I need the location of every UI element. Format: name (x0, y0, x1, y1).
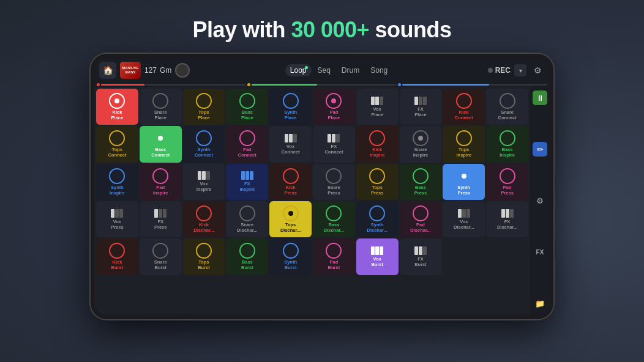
pad-pad-burst[interactable]: PadBurst (313, 238, 355, 275)
tab-seq[interactable]: Seq (313, 64, 335, 76)
pad-tops-inspire[interactable]: TopsInspire (443, 126, 485, 162)
pad-synth-connect[interactable]: SynthConnect (183, 126, 225, 162)
pad-snare-press[interactable]: SnarePress (313, 164, 355, 200)
pad-circle (500, 93, 515, 109)
knob-icon[interactable] (175, 63, 190, 78)
pad-label: BassDischar... (324, 222, 344, 233)
pad-label: SnareBurst (154, 259, 167, 270)
pad-snare-place[interactable]: SnarePlace (140, 89, 182, 125)
nav-tabs: Loop Seq Drum Song (193, 64, 484, 76)
pad-bass-connect[interactable]: BassConnect (140, 126, 182, 162)
pad-kick-connect[interactable]: KickConnect (443, 89, 485, 125)
pad-label: BassPress (414, 185, 427, 196)
pad-synth-place[interactable]: SynthPlace (269, 89, 312, 125)
pad-tops-discharge[interactable]: TopsDischar... (269, 201, 312, 237)
pad-vox-connect[interactable]: VoxConnect (269, 126, 312, 162)
bar (506, 209, 509, 218)
pad-pad-press[interactable]: PadPress (486, 164, 528, 200)
pad-label: PadConnect (238, 147, 256, 158)
pad-snare-inspire[interactable]: SnareInspire (400, 126, 442, 162)
pad-fx-discharge[interactable]: FXDischar... (486, 201, 528, 237)
progress-row (94, 82, 550, 87)
pad-bars (371, 97, 383, 105)
pad-label: TopsDischar... (280, 222, 301, 233)
pad-fx-inspire[interactable]: FXInspire (226, 164, 268, 200)
pad-pad-connect[interactable]: PadConnect (226, 126, 268, 162)
pad-bass-burst[interactable]: BassBurst (226, 238, 268, 275)
pad-fx-burst[interactable]: FXBurst (400, 238, 442, 275)
pad-fx-press[interactable]: FXPress (140, 201, 182, 237)
pad-pad-discharge[interactable]: PadDischar... (400, 201, 442, 237)
pad-bass-press[interactable]: BassPress (400, 164, 442, 200)
pad-label: BassConnect (151, 147, 170, 158)
pad-synth-inspire[interactable]: SynthInspire (96, 164, 138, 200)
rec-button[interactable]: REC (495, 66, 511, 75)
pad-fx-place[interactable]: FXPlace (400, 89, 442, 125)
pad-label: KickConnect (455, 109, 473, 120)
pad-snare-connect[interactable]: SnareConnect (486, 89, 528, 125)
pad-circle (239, 130, 255, 146)
pad-vox-place[interactable]: VoxPlace (356, 89, 399, 125)
pad-circle (152, 168, 168, 184)
bar (289, 134, 293, 142)
pad-synth-discharge[interactable]: SynthDischar... (356, 201, 399, 237)
pad-snare-burst[interactable]: SnareBurst (140, 238, 182, 275)
pad-kick-press[interactable]: KickPress (269, 164, 312, 200)
pad-vox-inspire[interactable]: VoxInspire (183, 164, 225, 200)
headline-after: sounds (369, 17, 452, 42)
pad-synth-press[interactable]: SynthPress (443, 164, 485, 200)
pad-kick-inspire[interactable]: KickInspire (356, 126, 399, 162)
mixer-button[interactable]: ⚙ (533, 193, 547, 208)
pad-circle (196, 93, 212, 109)
pad-synth-burst[interactable]: SynthBurst (269, 238, 312, 275)
pad-circle (369, 130, 385, 146)
pad-tops-press[interactable]: TopsPress (356, 164, 399, 200)
bar (159, 209, 162, 218)
fx-label[interactable]: FX (533, 245, 547, 259)
pad-label: BassInspire (500, 147, 515, 158)
pad-pad-place[interactable]: PadPlace (313, 89, 355, 125)
pad-label: KickInspire (370, 147, 385, 158)
pad-tops-place[interactable]: TopsPlace (183, 89, 225, 125)
bar (419, 246, 422, 255)
pad-vox-discharge[interactable]: VoxDischar... (443, 201, 485, 237)
pad-tops-burst[interactable]: TopsBurst (183, 238, 225, 275)
headline: Play with 30 000+ sounds (192, 0, 451, 53)
tab-song[interactable]: Song (365, 64, 392, 76)
bar (163, 209, 167, 218)
edit-button[interactable]: ✏ (533, 142, 547, 157)
pad-label: SynthPlace (284, 109, 297, 120)
pad-vox-burst[interactable]: VoxBurst (356, 238, 399, 275)
tab-drum[interactable]: Drum (337, 64, 364, 76)
home-button[interactable]: 🏠 (99, 62, 116, 79)
pad-fx-connect[interactable]: FXConnect (313, 126, 355, 162)
pad-kick-discharge[interactable]: KickDischar... (183, 201, 225, 237)
pad-label: PadDischar... (410, 222, 430, 233)
pad-bass-inspire[interactable]: BassInspire (486, 126, 528, 162)
track-thumbnail[interactable]: MASSIVE BASS (120, 62, 141, 79)
pad-pad-inspire[interactable]: PadInspire (140, 164, 182, 200)
pad-circle (456, 168, 472, 184)
tab-loop[interactable]: Loop (285, 64, 312, 76)
settings-gear-icon[interactable]: ⚙ (530, 63, 545, 78)
pad-label: FXConnect (324, 144, 343, 155)
pad-bass-place[interactable]: BassPlace (226, 89, 268, 125)
phone-frame: 🏠 MASSIVE BASS 127 Gm Loop Seq Drum Song… (89, 53, 555, 320)
pad-snare-discharge[interactable]: SnareDischar... (226, 201, 268, 237)
pad-circle (413, 205, 429, 221)
pad-circle (196, 243, 212, 259)
pad-circle (413, 168, 429, 184)
pad-circle (413, 130, 429, 146)
bar (154, 209, 158, 218)
pad-bars (285, 134, 297, 142)
pad-label: SnarePress (328, 185, 340, 196)
pad-vox-press[interactable]: VoxPress (96, 201, 138, 237)
pad-bass-discharge[interactable]: BassDischar... (313, 201, 355, 237)
chevron-down-button[interactable]: ▾ (514, 64, 526, 76)
folder-button[interactable]: 📁 (533, 296, 547, 311)
pad-tops-connect[interactable]: TopsConnect (96, 126, 138, 162)
pad-kick-place[interactable]: KickPlace (96, 89, 138, 125)
pad-kick-burst[interactable]: KickBurst (96, 238, 138, 275)
pause-button[interactable]: ⏸ (533, 90, 547, 105)
pad-label: VoxConnect (282, 144, 300, 155)
